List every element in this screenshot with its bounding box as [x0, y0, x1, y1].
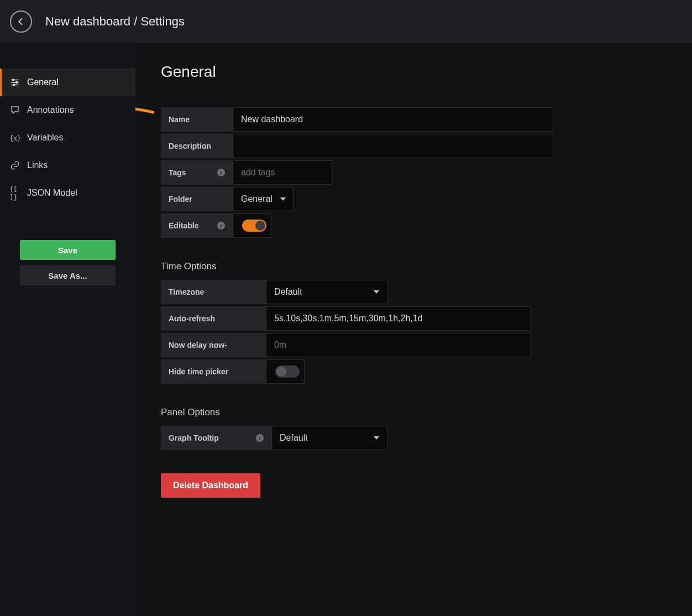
timezone-select[interactable]: Default	[266, 280, 387, 304]
sidebar-item-json-model[interactable]: {[ ]} JSON Model	[0, 179, 135, 207]
hide-time-picker-toggle[interactable]	[275, 366, 300, 378]
tags-label: Tags i	[161, 160, 233, 185]
time-options-heading: Time Options	[161, 261, 667, 272]
arrow-left-icon	[16, 17, 26, 27]
main-content: General Name Description Tags i Folder G…	[135, 43, 692, 616]
autorefresh-label: Auto-refresh	[161, 306, 266, 331]
tags-input[interactable]	[233, 160, 332, 185]
sidebar-item-annotations[interactable]: Annotations	[0, 96, 135, 124]
editable-toggle[interactable]	[242, 220, 266, 232]
sidebar-item-label: JSON Model	[27, 188, 77, 198]
info-icon: i	[217, 222, 225, 229]
chevron-down-icon	[280, 197, 286, 201]
sidebar-item-label: Variables	[27, 133, 64, 143]
save-as-button[interactable]: Save As...	[20, 265, 116, 285]
comment-icon	[9, 105, 20, 116]
chevron-down-icon	[374, 290, 379, 294]
link-icon	[9, 160, 20, 171]
graph-tooltip-label: Graph Tooltip i	[161, 426, 271, 450]
settings-sidebar: General Annotations {x} Variables Links …	[0, 43, 135, 616]
name-label: Name	[161, 107, 233, 132]
sidebar-item-variables[interactable]: {x} Variables	[0, 124, 135, 152]
variable-icon: {x}	[9, 132, 20, 143]
chevron-down-icon	[374, 436, 379, 440]
editable-label: Editable i	[161, 213, 233, 238]
sidebar-item-label: Annotations	[27, 105, 74, 115]
sidebar-item-general[interactable]: General	[0, 69, 135, 96]
name-input[interactable]	[233, 107, 553, 132]
nowdelay-label: Now delay now-	[161, 333, 266, 357]
panel-options-heading: Panel Options	[161, 407, 667, 418]
graph-tooltip-select[interactable]: Default	[271, 426, 387, 450]
sidebar-item-label: Links	[27, 160, 48, 170]
json-icon: {[ ]}	[9, 187, 20, 199]
sidebar-item-label: General	[27, 77, 59, 87]
sidebar-item-links[interactable]: Links	[0, 152, 135, 179]
description-label: Description	[161, 134, 233, 158]
nowdelay-input[interactable]	[266, 333, 531, 357]
hide-time-picker-label: Hide time picker	[161, 359, 266, 384]
sliders-icon	[9, 77, 20, 88]
folder-label: Folder	[161, 187, 233, 211]
top-bar: New dashboard / Settings	[0, 0, 692, 43]
save-button[interactable]: Save	[20, 240, 116, 260]
pointer-arrow-annotation	[135, 101, 154, 123]
description-input[interactable]	[233, 134, 553, 158]
folder-select[interactable]: General	[233, 187, 293, 211]
page-title: General	[161, 63, 667, 81]
autorefresh-input[interactable]	[266, 306, 531, 331]
timezone-label: Timezone	[161, 280, 266, 304]
delete-dashboard-button[interactable]: Delete Dashboard	[161, 473, 260, 498]
breadcrumb: New dashboard / Settings	[45, 14, 185, 29]
back-button[interactable]	[10, 11, 32, 33]
info-icon: i	[256, 434, 264, 442]
info-icon: i	[217, 169, 225, 176]
